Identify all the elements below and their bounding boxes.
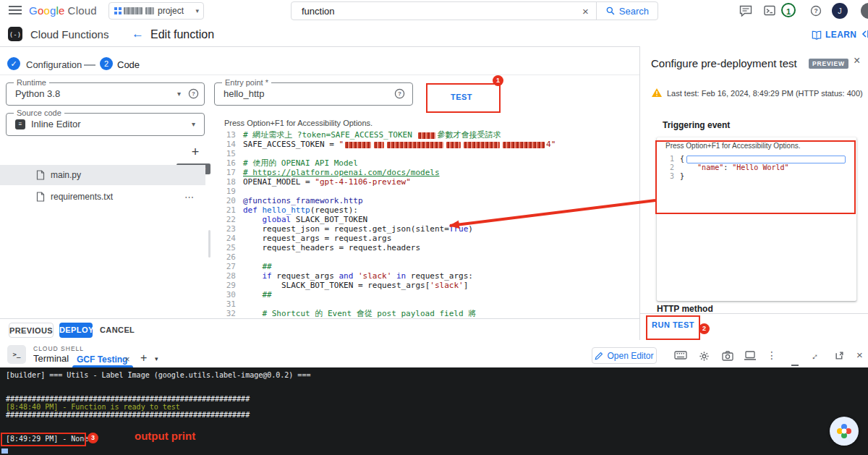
inline-editor-icon: ≡: [15, 119, 25, 129]
assistant-sparkle-button[interactable]: [830, 417, 859, 446]
entry-point-input[interactable]: Entry point * hello_http ?: [214, 82, 413, 106]
code-line[interactable]: 16# 使用的 OPENAI API Model: [218, 158, 556, 168]
code-line[interactable]: 22 global SLACK_BOT_TOKEN: [218, 215, 556, 224]
source-code-select[interactable]: Source code ≡ Inline Editor ▾: [6, 113, 205, 136]
code-line[interactable]: 13# 網址需求上 ?token=SAFE_ACCESS_TOKEN 參數才會接…: [218, 130, 556, 140]
keyboard-icon[interactable]: [674, 351, 687, 360]
runtime-help-icon[interactable]: ?: [188, 88, 199, 99]
deploy-button[interactable]: DEPLOY: [59, 323, 93, 338]
code-line[interactable]: 29 SLACK_BOT_TOKEN = request_args['slack…: [218, 281, 556, 290]
gear-icon[interactable]: [699, 351, 710, 362]
expand-icon[interactable]: ↕: [813, 349, 818, 362]
tab-close-icon[interactable]: ×: [124, 354, 130, 365]
file-options-icon[interactable]: ⋯: [184, 192, 194, 203]
search-input[interactable]: function: [302, 6, 575, 17]
source-code-value: Inline Editor: [31, 114, 81, 135]
code-line[interactable]: 27 ##: [218, 262, 556, 271]
file-item-main-py[interactable]: main.py: [0, 165, 205, 185]
open-in-new-icon[interactable]: [835, 351, 844, 360]
divider: [0, 75, 639, 75]
product-name[interactable]: Cloud Functions: [30, 28, 109, 41]
terminal-line: [6, 379, 862, 387]
line-number: 3: [661, 172, 674, 181]
entry-point-value[interactable]: hello_http: [224, 83, 264, 105]
line-number: 31: [218, 299, 236, 309]
triggering-event-editor[interactable]: Press Option+F1 for Accessibility Option…: [657, 137, 856, 301]
screen: GoogleCloud project ▾ function × Search …: [0, 0, 868, 455]
http-method-label: HTTP method: [657, 304, 713, 314]
code-line[interactable]: 26: [218, 252, 556, 262]
line-number: 21: [218, 205, 236, 215]
scrollbar-thumb[interactable]: [208, 230, 210, 258]
laptop-icon[interactable]: [744, 351, 757, 360]
code-line[interactable]: 21def hello_http(request):: [218, 205, 556, 215]
editor-cursor-box: [686, 156, 846, 163]
code-line[interactable]: 14SAFE_ACCESS_TOKEN = "4": [218, 140, 556, 149]
cloud-shell-activate-icon[interactable]: [764, 5, 775, 16]
code-line[interactable]: 19: [218, 187, 556, 196]
panel-collapse-icon[interactable]: [861, 30, 868, 38]
code-line[interactable]: 15: [218, 149, 556, 158]
terminal[interactable]: [builder] === Utils - Label Image (googl…: [0, 367, 868, 455]
last-test-status: Last test: Feb 16, 2024, 8:49:29 PM (HTT…: [667, 89, 863, 98]
clear-search-icon[interactable]: ×: [575, 5, 596, 17]
runtime-value: Python 3.8: [15, 83, 60, 105]
step1-label[interactable]: Configuration: [26, 59, 82, 70]
chat-icon[interactable]: [739, 5, 752, 17]
product-nav: (-) Cloud Functions ← Edit function LEAR…: [0, 22, 868, 47]
tab-menu-icon[interactable]: ▾: [155, 355, 158, 362]
add-tab-button[interactable]: +: [140, 352, 147, 365]
step2-label[interactable]: Code: [117, 59, 140, 70]
code-line[interactable]: 28 if request_args and 'slack' in reques…: [218, 271, 556, 281]
run-test-button[interactable]: RUN TEST: [652, 320, 694, 329]
avatar-secondary[interactable]: [861, 3, 868, 19]
code-line[interactable]: 32 # Shortcut 的 Event 會從 post payload fi…: [218, 309, 556, 318]
file-item-requirements-txt[interactable]: requirements.txt ⋯: [0, 187, 205, 207]
preview-badge: PREVIEW: [809, 59, 848, 69]
code-line[interactable]: 25 request_headers = request.headers: [218, 243, 556, 252]
code-line[interactable]: 2 "name": "Hello World": [661, 163, 846, 172]
more-vertical-icon[interactable]: ⋮: [767, 349, 777, 361]
divider: [639, 313, 868, 314]
open-editor-button[interactable]: Open Editor: [592, 347, 657, 364]
previous-button[interactable]: PREVIOUS: [9, 323, 54, 338]
line-number: 16: [218, 158, 236, 168]
back-arrow-icon[interactable]: ←: [132, 27, 144, 41]
terminal-line: [6, 427, 862, 435]
redacted-project-name: [145, 7, 154, 14]
file-name: requirements.txt: [51, 192, 113, 202]
learn-link[interactable]: LEARN: [812, 30, 856, 40]
test-function-button[interactable]: TEST FUNCTION: [431, 87, 492, 107]
accessibility-hint: Press Option+F1 for Accessibility Option…: [665, 142, 800, 150]
close-icon[interactable]: ×: [856, 349, 863, 361]
free-trial-badge[interactable]: 1: [781, 3, 796, 17]
terminal-tab[interactable]: GCF Testing: [77, 354, 127, 365]
search-bar[interactable]: function × Search: [291, 1, 658, 20]
line-number: 27: [218, 262, 236, 271]
close-icon[interactable]: ×: [854, 54, 860, 67]
project-selector[interactable]: project ▾: [109, 2, 204, 20]
code-line[interactable]: 31: [218, 299, 556, 309]
code-line[interactable]: 20@functions_framework.http: [218, 196, 556, 205]
code-line[interactable]: 30 ##: [218, 290, 556, 299]
code-line[interactable]: 23 request_json = request.get_json(silen…: [218, 224, 556, 234]
help-icon[interactable]: ?: [810, 5, 822, 17]
code-line[interactable]: 17# https://platform.openai.com/docs/mod…: [218, 168, 556, 177]
project-name: project: [158, 6, 184, 16]
code-editor[interactable]: Press Option+F1 for Accessibility Option…: [214, 114, 639, 318]
google-cloud-logo[interactable]: GoogleCloud: [29, 4, 97, 17]
cancel-button[interactable]: CANCEL: [100, 326, 135, 334]
search-button[interactable]: Search: [596, 2, 658, 20]
avatar[interactable]: J: [832, 3, 848, 19]
hamburger-menu-icon[interactable]: [9, 6, 22, 16]
step2-number: 2: [100, 57, 113, 70]
code-line[interactable]: 1{: [661, 155, 846, 163]
runtime-select[interactable]: Runtime Python 3.8 ▾ ?: [6, 82, 205, 106]
entry-point-help-icon[interactable]: ?: [394, 88, 405, 99]
chevron-down-icon: ▾: [192, 114, 195, 135]
code-line[interactable]: 3}: [661, 172, 846, 181]
camera-icon[interactable]: [722, 351, 733, 361]
add-file-button[interactable]: +: [187, 143, 204, 161]
code-line[interactable]: 18OPENAI_MODEL = "gpt-4-1106-preview": [218, 177, 556, 187]
code-line[interactable]: 24 request_args = request.args: [218, 234, 556, 243]
